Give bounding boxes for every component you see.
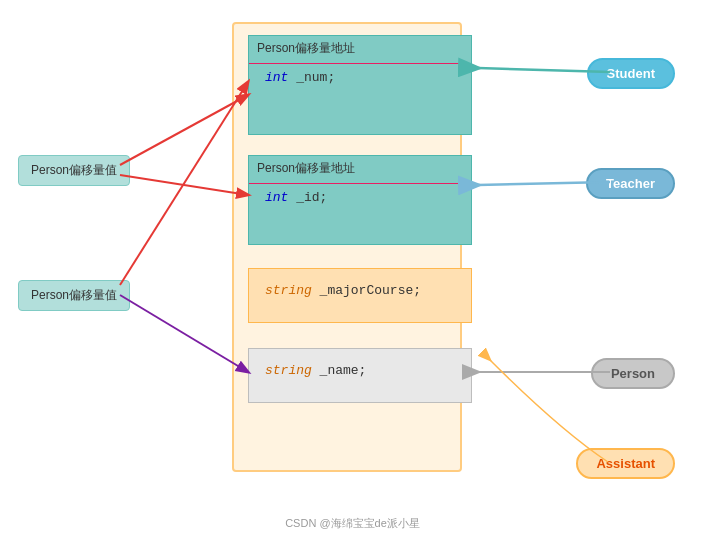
teacher-label: Teacher — [606, 176, 655, 191]
int-keyword-1: int — [265, 70, 288, 85]
int-keyword-2: int — [265, 190, 288, 205]
student-bubble: Student — [587, 58, 675, 89]
teal-block-top: Person偏移量地址 int _num; — [248, 35, 472, 135]
offset-box-1: Person偏移量值 — [18, 155, 130, 186]
student-label: Student — [607, 66, 655, 81]
gray-var: _name; — [312, 363, 367, 378]
gray-block: string _name; — [248, 348, 472, 403]
teacher-bubble: Teacher — [586, 168, 675, 199]
offset-box-2: Person偏移量值 — [18, 280, 130, 311]
assistant-bubble: Assistant — [576, 448, 675, 479]
teal-mid-code: int _id; — [249, 186, 471, 209]
assistant-label: Assistant — [596, 456, 655, 471]
string-keyword-2: string — [265, 363, 312, 378]
orange-code: string _majorCourse; — [249, 269, 471, 302]
svg-line-4 — [120, 175, 248, 195]
orange-var: _majorCourse; — [312, 283, 421, 298]
teal-top-var: _num; — [288, 70, 335, 85]
svg-line-3 — [120, 95, 248, 165]
svg-line-5 — [120, 82, 248, 285]
teal-top-code: int _num; — [249, 66, 471, 89]
teal-block-mid: Person偏移量地址 int _id; — [248, 155, 472, 245]
teal-top-label: Person偏移量地址 — [249, 36, 471, 61]
svg-line-6 — [120, 295, 248, 372]
watermark: CSDN @海绵宝宝de派小星 — [285, 516, 420, 531]
offset-label-1: Person偏移量值 — [31, 163, 117, 177]
teal-mid-var: _id; — [288, 190, 327, 205]
offset-label-2: Person偏移量值 — [31, 288, 117, 302]
person-label: Person — [611, 366, 655, 381]
gray-code: string _name; — [249, 349, 471, 382]
string-keyword-1: string — [265, 283, 312, 298]
person-bubble: Person — [591, 358, 675, 389]
teal-mid-label: Person偏移量地址 — [249, 156, 471, 181]
orange-block: string _majorCourse; — [248, 268, 472, 323]
